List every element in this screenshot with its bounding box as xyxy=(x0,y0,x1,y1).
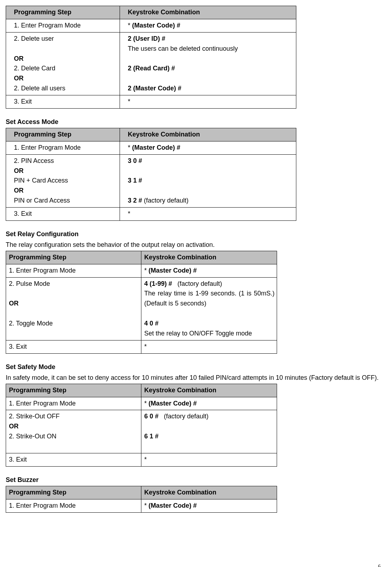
table-cell-step: 3. Exit xyxy=(6,95,120,109)
text-line: 3 2 # (factory default) xyxy=(128,196,294,206)
table-cell-step: 2. Delete user OR2. Delete CardOR2. Dele… xyxy=(6,32,120,95)
table-cell-keystroke: 3 0 # 3 1 # 3 2 # (factory default) xyxy=(120,154,296,207)
text-line: OR xyxy=(14,166,117,176)
text-line xyxy=(9,289,139,299)
text-line: OR xyxy=(14,186,117,196)
table-cell-keystroke: 6 0 # (factory default) 6 1 # xyxy=(141,410,277,453)
section-title: Set Safety Mode xyxy=(6,362,388,372)
text-line xyxy=(144,422,275,432)
text-line: OR xyxy=(14,54,117,64)
text-line: 2 (Read Card) # xyxy=(128,64,294,74)
table-cell-keystroke: * xyxy=(120,95,296,109)
text-line: 3 0 # xyxy=(128,156,294,166)
table-row: 2. Pulse Mode OR 2. Toggle Mode4 (1-99) … xyxy=(6,277,277,340)
table-cell-step: 3. Exit xyxy=(6,340,141,353)
table-header: Programming Step xyxy=(6,384,141,397)
text-line: 4 0 # xyxy=(144,319,275,329)
text-line xyxy=(128,54,294,64)
text-line: 2. Toggle Mode xyxy=(9,319,139,329)
text-line: 2. Pulse Mode xyxy=(9,279,139,289)
table-cell-step: 2. Pulse Mode OR 2. Toggle Mode xyxy=(6,277,141,340)
text-line: 2. Strike-Out OFF xyxy=(9,412,139,422)
table-row: 3. Exit* xyxy=(6,340,277,353)
table-cell-step: 3. Exit xyxy=(6,453,141,466)
table-header: Keystroke Combination xyxy=(141,251,277,264)
text-line: The relay time is 1-99 seconds. (1 is 50… xyxy=(144,289,275,309)
table-row: 1. Enter Program Mode* (Master Code) # xyxy=(6,19,296,32)
table-cell-keystroke: * xyxy=(141,453,277,466)
table-cell-step: 1. Enter Program Mode xyxy=(6,397,141,410)
document-body: Programming StepKeystroke Combination1. … xyxy=(6,6,388,513)
programming-table: Programming StepKeystroke Combination1. … xyxy=(6,251,277,354)
table-cell-keystroke: * (Master Code) # xyxy=(141,499,277,512)
text-line: 2. Strike-Out ON xyxy=(9,432,139,442)
table-row: 1. Enter Program Mode* (Master Code) # xyxy=(6,264,277,277)
text-line: 2 (User ID) # xyxy=(128,34,294,44)
table-cell-keystroke: 4 (1-99) # (factory default)The relay ti… xyxy=(141,277,277,340)
table-row: 2. PIN AccessORPIN + Card AccessORPIN or… xyxy=(6,154,296,207)
table-cell-step: 1. Enter Program Mode xyxy=(6,264,141,277)
table-cell-keystroke: * xyxy=(120,208,296,221)
page-number: 6 xyxy=(378,563,381,567)
table-header: Programming Step xyxy=(6,486,141,499)
table-cell-keystroke: 2 (User ID) #The users can be deleted co… xyxy=(120,32,296,95)
text-line xyxy=(9,309,139,319)
section-title: Set Buzzer xyxy=(6,475,388,485)
text-line xyxy=(144,309,275,319)
text-line: 2. Delete Card xyxy=(14,64,117,74)
text-line: 2. Delete all users xyxy=(14,84,117,94)
table-row: 1. Enter Program Mode* (Master Code) # xyxy=(6,397,277,410)
text-line: PIN or Card Access xyxy=(14,196,117,206)
text-line: 6 1 # xyxy=(144,432,275,442)
text-line: Set the relay to ON/OFF Toggle mode xyxy=(144,329,275,339)
table-header: Keystroke Combination xyxy=(120,128,296,141)
text-line: OR xyxy=(9,422,139,432)
table-cell-keystroke: * (Master Code) # xyxy=(120,19,296,32)
table-cell-keystroke: * (Master Code) # xyxy=(120,141,296,154)
programming-table: Programming StepKeystroke Combination1. … xyxy=(6,486,277,513)
table-cell-keystroke: * (Master Code) # xyxy=(141,397,277,410)
programming-table: Programming StepKeystroke Combination1. … xyxy=(6,128,296,221)
table-header: Programming Step xyxy=(6,251,141,264)
text-line: OR xyxy=(9,299,139,309)
text-line xyxy=(128,166,294,176)
section-title: Set Relay Configuration xyxy=(6,229,388,239)
text-line xyxy=(14,44,117,54)
text-line: 4 (1-99) # (factory default) xyxy=(144,279,275,289)
table-header: Keystroke Combination xyxy=(141,384,277,397)
table-row: 3. Exit* xyxy=(6,453,277,466)
table-row: 1. Enter Program Mode* (Master Code) # xyxy=(6,141,296,154)
section-description: In safety mode, it can be set to deny ac… xyxy=(6,373,388,383)
table-cell-step: 2. PIN AccessORPIN + Card AccessORPIN or… xyxy=(6,154,120,207)
text-line: 2 (Master Code) # xyxy=(128,84,294,94)
table-row: 2. Delete user OR2. Delete CardOR2. Dele… xyxy=(6,32,296,95)
table-header: Programming Step xyxy=(6,6,120,19)
text-line: 2. Delete user xyxy=(14,34,117,44)
text-line xyxy=(128,74,294,84)
table-cell-step: 2. Strike-Out OFFOR2. Strike-Out ON xyxy=(6,410,141,453)
table-cell-keystroke: * xyxy=(141,340,277,353)
text-line xyxy=(9,442,139,452)
table-cell-step: 1. Enter Program Mode xyxy=(6,19,120,32)
section-description: The relay configuration sets the behavio… xyxy=(6,240,388,250)
table-header: Keystroke Combination xyxy=(141,486,277,499)
text-line: OR xyxy=(14,74,117,84)
table-cell-step: 1. Enter Program Mode xyxy=(6,499,141,512)
table-row: 3. Exit* xyxy=(6,208,296,221)
table-row: 3. Exit* xyxy=(6,95,296,109)
text-line: 3 1 # xyxy=(128,176,294,186)
text-line: PIN + Card Access xyxy=(14,176,117,186)
text-line xyxy=(144,442,275,452)
table-cell-keystroke: * (Master Code) # xyxy=(141,264,277,277)
table-cell-step: 3. Exit xyxy=(6,208,120,221)
programming-table: Programming StepKeystroke Combination1. … xyxy=(6,384,277,467)
text-line: 6 0 # (factory default) xyxy=(144,412,275,422)
programming-table: Programming StepKeystroke Combination1. … xyxy=(6,6,296,109)
text-line: The users can be deleted continuously xyxy=(128,44,294,54)
text-line xyxy=(128,186,294,196)
table-header: Keystroke Combination xyxy=(120,6,296,19)
table-header: Programming Step xyxy=(6,128,120,141)
text-line: 2. PIN Access xyxy=(14,156,117,166)
table-row: 1. Enter Program Mode* (Master Code) # xyxy=(6,499,277,512)
table-cell-step: 1. Enter Program Mode xyxy=(6,141,120,154)
